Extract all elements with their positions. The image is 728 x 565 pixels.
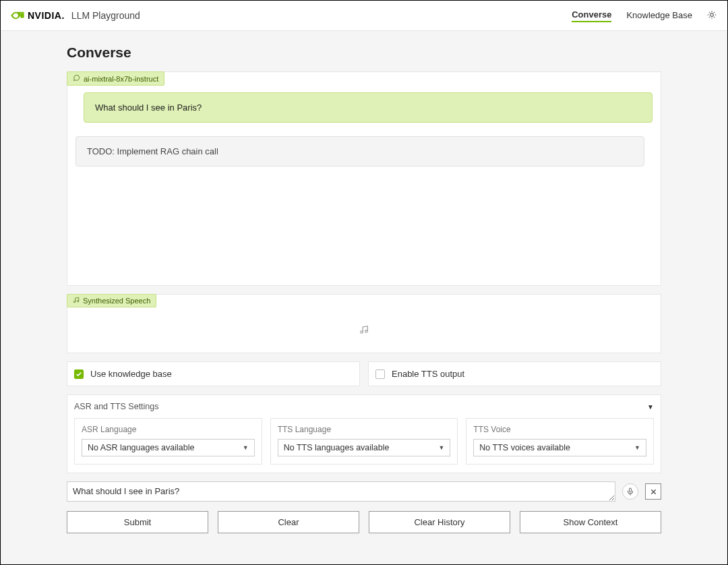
microphone-button[interactable] — [622, 483, 638, 500]
checkbox-row: Use knowledge base Enable TTS output — [67, 361, 661, 386]
chat-panel: ai-mixtral-8x7b-instruct What should I s… — [67, 71, 661, 286]
use-kb-checkbox[interactable]: Use knowledge base — [67, 361, 360, 386]
svg-rect-0 — [20, 13, 24, 18]
submit-button[interactable]: Submit — [67, 511, 208, 533]
main: Converse ai-mixtral-8x7b-instruct What s… — [1, 31, 727, 564]
header: NVIDIA. LLM Playground Converse Knowledg… — [1, 1, 727, 31]
tts-lang-label: TTS Language — [278, 425, 451, 434]
enable-tts-checkbox[interactable]: Enable TTS output — [368, 361, 661, 386]
logo-text: NVIDIA. — [28, 10, 65, 21]
svg-point-12 — [361, 330, 363, 333]
chat-icon — [73, 74, 80, 83]
app-title: LLM Playground — [71, 10, 140, 21]
audio-placeholder-icon — [359, 325, 369, 336]
music-note-icon — [73, 297, 80, 305]
asr-value: No ASR languages available — [88, 443, 194, 452]
close-button[interactable] — [645, 483, 661, 500]
tts-voice-value: No TTS voices available — [479, 443, 570, 452]
chevron-down-icon: ▼ — [438, 444, 444, 451]
theme-toggle-icon[interactable] — [707, 10, 718, 21]
svg-line-6 — [714, 12, 715, 13]
chevron-down-icon: ▼ — [243, 444, 249, 451]
tts-voice-dropdown[interactable]: No TTS voices available ▼ — [473, 439, 646, 456]
tts-language-dropdown[interactable]: No TTS languages available ▼ — [278, 439, 451, 456]
nav: Converse Knowledge Base — [572, 9, 718, 22]
bot-message: TODO: Implement RAG chain call — [75, 136, 644, 167]
asr-language-dropdown[interactable]: No ASR languages available ▼ — [82, 439, 255, 456]
nvidia-logo: NVIDIA. — [10, 10, 65, 21]
nav-knowledge-base[interactable]: Knowledge Base — [626, 10, 692, 22]
tts-lang-value: No TTS languages available — [284, 443, 390, 452]
user-message: What should I see in Paris? — [84, 92, 653, 123]
nav-converse[interactable]: Converse — [572, 9, 611, 22]
settings-panel: ASR and TTS Settings ▼ ASR Language No A… — [67, 394, 661, 473]
asr-label: ASR Language — [82, 425, 255, 434]
svg-point-1 — [710, 13, 714, 17]
prompt-input[interactable] — [67, 481, 615, 502]
settings-header[interactable]: ASR and TTS Settings ▼ — [74, 402, 654, 411]
enable-tts-label: Enable TTS output — [392, 369, 464, 379]
tts-voice-label: TTS Voice — [473, 425, 646, 434]
button-row: Submit Clear Clear History Show Context — [67, 511, 661, 533]
svg-line-8 — [714, 17, 715, 18]
input-row — [67, 481, 661, 502]
speech-tag-label: Synthesized Speech — [83, 297, 150, 305]
svg-point-10 — [73, 301, 75, 303]
settings-title: ASR and TTS Settings — [74, 402, 159, 411]
speech-panel: Synthesized Speech — [67, 294, 661, 353]
nvidia-eye-icon — [10, 11, 25, 20]
tts-language-col: TTS Language No TTS languages available … — [270, 418, 458, 465]
svg-line-9 — [709, 12, 710, 13]
speech-tag: Synthesized Speech — [67, 294, 156, 307]
svg-point-13 — [365, 330, 368, 332]
svg-line-7 — [709, 17, 710, 18]
model-tag: ai-mixtral-8x7b-instruct — [67, 71, 164, 86]
svg-rect-14 — [630, 488, 632, 492]
tts-voice-col: TTS Voice No TTS voices available ▼ — [466, 418, 654, 465]
clear-button[interactable]: Clear — [218, 511, 359, 533]
settings-grid: ASR Language No ASR languages available … — [74, 418, 654, 465]
asr-language-col: ASR Language No ASR languages available … — [74, 418, 262, 465]
show-context-button[interactable]: Show Context — [520, 511, 661, 533]
model-tag-label: ai-mixtral-8x7b-instruct — [84, 75, 158, 83]
chevron-down-icon: ▼ — [634, 444, 640, 451]
clear-history-button[interactable]: Clear History — [369, 511, 510, 533]
svg-point-11 — [77, 300, 79, 302]
checkbox-checked-icon[interactable] — [74, 369, 84, 379]
checkbox-unchecked-icon[interactable] — [375, 369, 385, 379]
page-title: Converse — [67, 44, 661, 61]
collapse-icon: ▼ — [647, 403, 654, 411]
use-kb-label: Use knowledge base — [90, 369, 172, 379]
